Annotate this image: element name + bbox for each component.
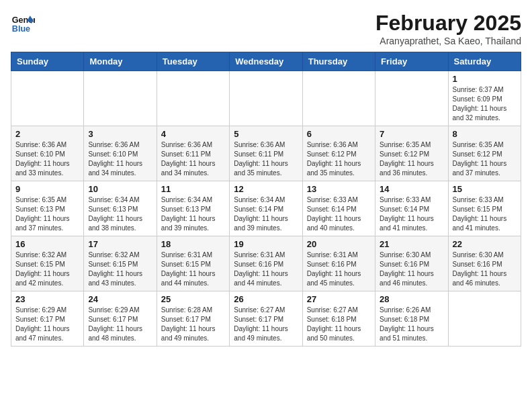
day-number: 4 bbox=[161, 129, 225, 139]
day-number: 23 bbox=[15, 294, 79, 304]
calendar-cell: 17Sunrise: 6:32 AM Sunset: 6:15 PM Dayli… bbox=[84, 236, 157, 291]
day-number: 22 bbox=[453, 239, 517, 249]
calendar-cell: 6Sunrise: 6:36 AM Sunset: 6:12 PM Daylig… bbox=[302, 126, 375, 181]
calendar-cell: 24Sunrise: 6:29 AM Sunset: 6:17 PM Dayli… bbox=[84, 291, 157, 347]
calendar-cell bbox=[84, 71, 157, 126]
calendar-cell: 22Sunrise: 6:30 AM Sunset: 6:16 PM Dayli… bbox=[448, 236, 521, 291]
calendar-cell bbox=[230, 71, 302, 126]
calendar-cell: 21Sunrise: 6:30 AM Sunset: 6:16 PM Dayli… bbox=[375, 236, 448, 291]
day-number: 8 bbox=[453, 129, 517, 139]
day-info: Sunrise: 6:35 AM Sunset: 6:13 PM Dayligh… bbox=[15, 195, 79, 233]
day-info: Sunrise: 6:27 AM Sunset: 6:18 PM Dayligh… bbox=[307, 306, 371, 343]
day-number: 28 bbox=[380, 294, 443, 304]
day-info: Sunrise: 6:35 AM Sunset: 6:12 PM Dayligh… bbox=[453, 140, 517, 178]
calendar-cell: 7Sunrise: 6:35 AM Sunset: 6:12 PM Daylig… bbox=[375, 126, 448, 181]
day-info: Sunrise: 6:35 AM Sunset: 6:12 PM Dayligh… bbox=[380, 140, 443, 178]
day-info: Sunrise: 6:30 AM Sunset: 6:16 PM Dayligh… bbox=[380, 250, 443, 288]
day-info: Sunrise: 6:34 AM Sunset: 6:13 PM Dayligh… bbox=[88, 195, 152, 233]
day-info: Sunrise: 6:33 AM Sunset: 6:15 PM Dayligh… bbox=[453, 195, 517, 233]
day-number: 11 bbox=[161, 184, 225, 194]
svg-text:Blue: Blue bbox=[12, 24, 30, 34]
weekday-header-friday: Friday bbox=[375, 52, 448, 71]
calendar-cell: 13Sunrise: 6:33 AM Sunset: 6:14 PM Dayli… bbox=[302, 181, 375, 236]
calendar-cell bbox=[448, 291, 521, 347]
day-info: Sunrise: 6:30 AM Sunset: 6:16 PM Dayligh… bbox=[453, 250, 517, 288]
calendar-cell: 11Sunrise: 6:34 AM Sunset: 6:13 PM Dayli… bbox=[157, 181, 229, 236]
page-header: General Blue February 2025 Aranyaprathet… bbox=[11, 11, 521, 46]
day-number: 2 bbox=[15, 129, 79, 139]
calendar-cell: 20Sunrise: 6:31 AM Sunset: 6:16 PM Dayli… bbox=[302, 236, 375, 291]
weekday-header-sunday: Sunday bbox=[11, 52, 84, 71]
calendar-cell: 9Sunrise: 6:35 AM Sunset: 6:13 PM Daylig… bbox=[11, 181, 84, 236]
day-number: 7 bbox=[380, 129, 443, 139]
day-number: 13 bbox=[307, 184, 371, 194]
day-info: Sunrise: 6:32 AM Sunset: 6:15 PM Dayligh… bbox=[15, 250, 79, 288]
day-info: Sunrise: 6:31 AM Sunset: 6:15 PM Dayligh… bbox=[161, 250, 225, 288]
calendar-cell: 28Sunrise: 6:26 AM Sunset: 6:18 PM Dayli… bbox=[375, 291, 448, 347]
calendar-cell: 27Sunrise: 6:27 AM Sunset: 6:18 PM Dayli… bbox=[302, 291, 375, 347]
day-info: Sunrise: 6:26 AM Sunset: 6:18 PM Dayligh… bbox=[380, 306, 443, 343]
location-subtitle: Aranyaprathet, Sa Kaeo, Thailand bbox=[375, 36, 521, 46]
calendar-week-4: 16Sunrise: 6:32 AM Sunset: 6:15 PM Dayli… bbox=[11, 236, 521, 291]
day-number: 12 bbox=[234, 184, 298, 194]
calendar-cell: 5Sunrise: 6:36 AM Sunset: 6:11 PM Daylig… bbox=[230, 126, 302, 181]
day-info: Sunrise: 6:36 AM Sunset: 6:12 PM Dayligh… bbox=[307, 140, 371, 178]
month-year-title: February 2025 bbox=[375, 11, 521, 36]
day-info: Sunrise: 6:37 AM Sunset: 6:09 PM Dayligh… bbox=[453, 85, 517, 123]
day-info: Sunrise: 6:36 AM Sunset: 6:10 PM Dayligh… bbox=[88, 140, 152, 178]
weekday-header-wednesday: Wednesday bbox=[230, 52, 302, 71]
calendar-week-5: 23Sunrise: 6:29 AM Sunset: 6:17 PM Dayli… bbox=[11, 291, 521, 347]
day-info: Sunrise: 6:29 AM Sunset: 6:17 PM Dayligh… bbox=[15, 306, 79, 343]
logo-icon: General Blue bbox=[11, 11, 35, 35]
weekday-header-monday: Monday bbox=[84, 52, 157, 71]
day-info: Sunrise: 6:29 AM Sunset: 6:17 PM Dayligh… bbox=[88, 306, 152, 343]
day-info: Sunrise: 6:28 AM Sunset: 6:17 PM Dayligh… bbox=[161, 306, 225, 343]
day-info: Sunrise: 6:33 AM Sunset: 6:14 PM Dayligh… bbox=[380, 195, 443, 233]
day-number: 9 bbox=[15, 184, 79, 194]
calendar-week-2: 2Sunrise: 6:36 AM Sunset: 6:10 PM Daylig… bbox=[11, 126, 521, 181]
day-number: 3 bbox=[88, 129, 152, 139]
day-number: 26 bbox=[234, 294, 298, 304]
calendar-cell: 23Sunrise: 6:29 AM Sunset: 6:17 PM Dayli… bbox=[11, 291, 84, 347]
day-number: 19 bbox=[234, 239, 298, 249]
day-number: 6 bbox=[307, 129, 371, 139]
calendar-cell bbox=[375, 71, 448, 126]
day-info: Sunrise: 6:32 AM Sunset: 6:15 PM Dayligh… bbox=[88, 250, 152, 288]
day-info: Sunrise: 6:27 AM Sunset: 6:17 PM Dayligh… bbox=[234, 306, 298, 343]
weekday-header-row: SundayMondayTuesdayWednesdayThursdayFrid… bbox=[11, 52, 521, 71]
day-number: 17 bbox=[88, 239, 152, 249]
calendar-cell: 3Sunrise: 6:36 AM Sunset: 6:10 PM Daylig… bbox=[84, 126, 157, 181]
calendar-cell: 18Sunrise: 6:31 AM Sunset: 6:15 PM Dayli… bbox=[157, 236, 229, 291]
calendar-cell: 4Sunrise: 6:36 AM Sunset: 6:11 PM Daylig… bbox=[157, 126, 229, 181]
calendar-cell: 2Sunrise: 6:36 AM Sunset: 6:10 PM Daylig… bbox=[11, 126, 84, 181]
day-number: 10 bbox=[88, 184, 152, 194]
calendar-cell bbox=[302, 71, 375, 126]
day-info: Sunrise: 6:36 AM Sunset: 6:10 PM Dayligh… bbox=[15, 140, 79, 178]
calendar-cell: 16Sunrise: 6:32 AM Sunset: 6:15 PM Dayli… bbox=[11, 236, 84, 291]
day-number: 21 bbox=[380, 239, 443, 249]
day-number: 20 bbox=[307, 239, 371, 249]
day-number: 27 bbox=[307, 294, 371, 304]
calendar-cell: 19Sunrise: 6:31 AM Sunset: 6:16 PM Dayli… bbox=[230, 236, 302, 291]
calendar-body: 1Sunrise: 6:37 AM Sunset: 6:09 PM Daylig… bbox=[11, 71, 521, 347]
day-number: 25 bbox=[161, 294, 225, 304]
weekday-header-saturday: Saturday bbox=[448, 52, 521, 71]
calendar-cell: 26Sunrise: 6:27 AM Sunset: 6:17 PM Dayli… bbox=[230, 291, 302, 347]
calendar-cell: 12Sunrise: 6:34 AM Sunset: 6:14 PM Dayli… bbox=[230, 181, 302, 236]
day-info: Sunrise: 6:31 AM Sunset: 6:16 PM Dayligh… bbox=[307, 250, 371, 288]
day-info: Sunrise: 6:36 AM Sunset: 6:11 PM Dayligh… bbox=[161, 140, 225, 178]
day-info: Sunrise: 6:33 AM Sunset: 6:14 PM Dayligh… bbox=[307, 195, 371, 233]
calendar-cell: 10Sunrise: 6:34 AM Sunset: 6:13 PM Dayli… bbox=[84, 181, 157, 236]
calendar-cell bbox=[157, 71, 229, 126]
logo: General Blue bbox=[11, 11, 35, 35]
day-number: 18 bbox=[161, 239, 225, 249]
calendar-table: SundayMondayTuesdayWednesdayThursdayFrid… bbox=[11, 52, 521, 347]
day-number: 1 bbox=[453, 74, 517, 84]
day-number: 16 bbox=[15, 239, 79, 249]
calendar-cell: 25Sunrise: 6:28 AM Sunset: 6:17 PM Dayli… bbox=[157, 291, 229, 347]
day-number: 14 bbox=[380, 184, 443, 194]
calendar-cell: 8Sunrise: 6:35 AM Sunset: 6:12 PM Daylig… bbox=[448, 126, 521, 181]
calendar-cell: 14Sunrise: 6:33 AM Sunset: 6:14 PM Dayli… bbox=[375, 181, 448, 236]
day-number: 15 bbox=[453, 184, 517, 194]
calendar-cell bbox=[11, 71, 84, 126]
